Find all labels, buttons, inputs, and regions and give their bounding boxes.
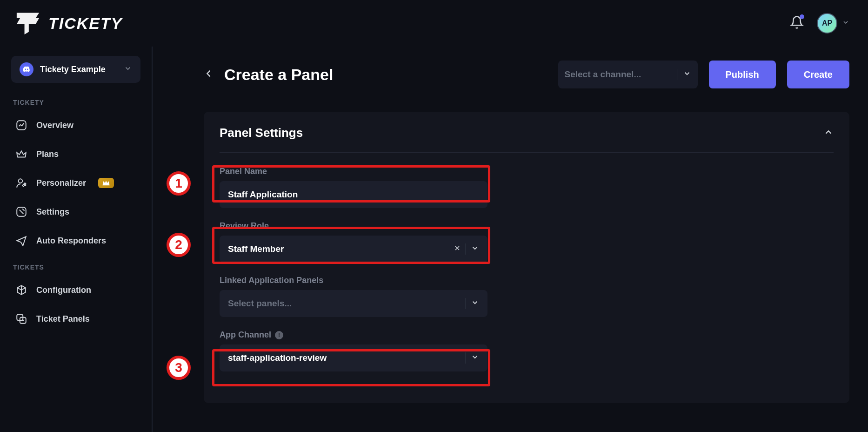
field-app-channel: App Channel ! staff-application-review xyxy=(220,330,834,371)
notification-badge xyxy=(800,14,804,19)
field-panel-name: Panel Name xyxy=(220,167,834,208)
sidebar-item-settings[interactable]: Settings xyxy=(11,197,140,226)
settings-icon xyxy=(15,206,28,218)
field-linked-panels: Linked Application Panels Select panels.… xyxy=(220,276,834,317)
chevron-down-icon xyxy=(124,64,132,74)
annotation-marker-1: 1 xyxy=(167,171,191,196)
review-role-select[interactable]: Staff Member xyxy=(220,236,487,263)
chevron-down-icon xyxy=(471,353,479,364)
panel-name-input[interactable] xyxy=(220,181,487,208)
review-role-value: Staff Member xyxy=(228,244,449,254)
server-name: Tickety Example xyxy=(40,65,117,74)
server-selector[interactable]: Tickety Example xyxy=(11,56,140,83)
notifications-button[interactable] xyxy=(790,15,804,31)
separator xyxy=(466,243,466,255)
brand-name: TICKETY xyxy=(48,14,122,33)
chevron-up-icon xyxy=(823,127,834,139)
linked-panels-select[interactable]: Select panels... xyxy=(220,290,487,317)
brand-logo[interactable]: TICKETY xyxy=(14,10,122,36)
sidebar-item-label: Personalizer xyxy=(36,178,86,188)
field-label: Review Role xyxy=(220,221,834,231)
tickety-logo-icon xyxy=(14,10,42,36)
app-channel-value: staff-application-review xyxy=(228,353,461,363)
panel-name-text[interactable] xyxy=(228,189,479,200)
field-label: App Channel ! xyxy=(220,330,834,340)
channel-select[interactable]: Select a channel... xyxy=(558,61,698,88)
discord-icon xyxy=(20,62,33,76)
page-header-row: Create a Panel Select a channel... Publi… xyxy=(204,61,849,88)
sidebar-item-auto-responders[interactable]: Auto Responders xyxy=(11,226,140,255)
back-button[interactable] xyxy=(204,68,214,81)
personalizer-icon xyxy=(15,177,28,189)
sidebar: Tickety Example TICKETY Overview Plans P… xyxy=(0,47,153,432)
field-label-text: App Channel xyxy=(220,330,271,340)
premium-badge xyxy=(98,178,114,188)
sidebar-item-overview[interactable]: Overview xyxy=(11,111,140,140)
app-header: TICKETY AP xyxy=(0,0,868,47)
sidebar-item-label: Configuration xyxy=(36,285,91,295)
svg-point-1 xyxy=(19,179,23,183)
field-label: Panel Name xyxy=(220,167,834,176)
separator xyxy=(466,298,466,309)
cube-icon xyxy=(15,284,28,296)
sidebar-item-label: Auto Responders xyxy=(36,236,106,246)
publish-button[interactable]: Publish xyxy=(709,61,776,88)
clear-icon[interactable] xyxy=(454,244,461,254)
channel-select-placeholder: Select a channel... xyxy=(565,69,671,80)
sidebar-item-label: Ticket Panels xyxy=(36,314,90,324)
send-icon xyxy=(15,235,28,247)
field-label: Linked Application Panels xyxy=(220,276,834,285)
panel-settings-header[interactable]: Panel Settings xyxy=(220,126,834,153)
sidebar-item-label: Plans xyxy=(36,149,59,159)
crown-icon xyxy=(15,148,28,160)
panels-icon xyxy=(15,313,28,325)
page-title: Create a Panel xyxy=(224,66,333,84)
chevron-down-icon xyxy=(471,298,479,309)
chevron-down-icon xyxy=(471,244,479,255)
annotation-marker-3: 3 xyxy=(167,356,191,380)
user-menu[interactable]: AP xyxy=(817,13,849,34)
separator xyxy=(677,69,677,80)
info-icon[interactable]: ! xyxy=(275,331,283,339)
sidebar-item-plans[interactable]: Plans xyxy=(11,140,140,169)
sidebar-item-ticket-panels[interactable]: Ticket Panels xyxy=(11,304,140,333)
sidebar-section-tickets: TICKETS xyxy=(13,263,140,271)
sidebar-item-personalizer[interactable]: Personalizer xyxy=(11,169,140,197)
field-review-role: Review Role Staff Member xyxy=(220,221,834,263)
create-button[interactable]: Create xyxy=(787,61,849,88)
chevron-down-icon xyxy=(683,69,691,80)
separator xyxy=(466,352,466,364)
sidebar-item-label: Overview xyxy=(36,121,73,130)
chevron-down-icon xyxy=(842,19,849,28)
linked-panels-placeholder: Select panels... xyxy=(228,298,461,309)
panel-settings-title: Panel Settings xyxy=(220,126,303,140)
annotation-marker-2: 2 xyxy=(167,233,191,257)
panel-settings-card: Panel Settings Panel Name Review Role St… xyxy=(204,112,849,403)
sidebar-section-tickety: TICKETY xyxy=(13,99,140,106)
sidebar-item-label: Settings xyxy=(36,207,69,217)
app-channel-select[interactable]: staff-application-review xyxy=(220,344,487,371)
sidebar-item-configuration[interactable]: Configuration xyxy=(11,276,140,304)
main-content: Create a Panel Select a channel... Publi… xyxy=(153,47,868,432)
overview-icon xyxy=(15,119,28,131)
avatar: AP xyxy=(817,13,837,34)
header-actions: AP xyxy=(790,13,849,34)
